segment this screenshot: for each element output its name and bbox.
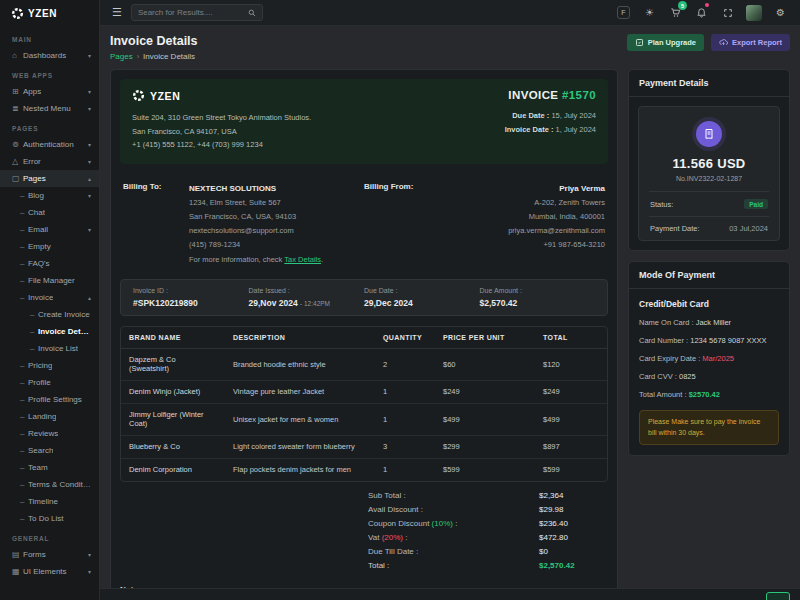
ui-elements-icon: ▦ — [12, 567, 23, 576]
cloud-upload-icon — [719, 38, 728, 47]
page-title: Invoice Details — [110, 34, 198, 48]
language-button[interactable]: F — [616, 5, 631, 20]
sidebar-item-file-manager[interactable]: –File Manager — [0, 272, 99, 289]
fullscreen-button[interactable] — [720, 5, 735, 20]
date-issued-value: 29,Nov 2024 - 12:42PM — [249, 298, 365, 308]
payment-method: Credit/Debit Card — [639, 299, 779, 309]
plan-upgrade-button[interactable]: Plan Upgrade — [627, 34, 704, 51]
sidebar-section-pages: PAGES — [0, 117, 99, 136]
sidebar-item-blog[interactable]: –Blog▾ — [0, 187, 99, 204]
brand-name: YZEN — [28, 8, 57, 19]
grand-total-value: $2,570.42 — [539, 561, 603, 570]
due-till-date-value: $0 — [539, 547, 603, 556]
scroll-to-top-button[interactable] — [766, 592, 790, 600]
gear-icon: ⚙ — [776, 7, 785, 18]
page-content: Invoice Details Pages › Invoice Details … — [100, 26, 800, 588]
settings-button[interactable]: ⚙ — [773, 5, 788, 20]
card-number-line: Card Number : 1234 5678 9087 XXXX — [639, 336, 779, 345]
topbar-icons: F ☀ 5 ⚙ — [616, 5, 788, 21]
language-flag-icon: F — [617, 6, 630, 19]
sidebar-item-faqs[interactable]: –FAQ's — [0, 255, 99, 272]
forms-icon: ▤ — [12, 550, 23, 559]
sidebar-item-forms[interactable]: ▤Forms▾ — [0, 546, 99, 563]
global-search[interactable] — [131, 4, 263, 21]
chevron-down-icon: ▾ — [86, 192, 91, 199]
sidebar-section-general: GENERAL — [0, 527, 99, 546]
sidebar-item-invoice-details[interactable]: –Invoice Details — [0, 323, 99, 340]
payment-invoice-number: No.INV2322-02-1287 — [649, 175, 769, 192]
bell-icon — [696, 7, 707, 18]
sidebar-item-empty[interactable]: –Empty — [0, 238, 99, 255]
table-row: Jimmy Lolfiger (Winter Coat)Unisex jacke… — [121, 403, 607, 435]
sidebar-item-authentication[interactable]: ⊚Authentication▾ — [0, 136, 99, 153]
sidebar-item-pricing[interactable]: –Pricing — [0, 357, 99, 374]
sidebar-item-timeline[interactable]: –Timeline — [0, 493, 99, 510]
coupon-discount-value: $236.40 — [539, 519, 603, 528]
payment-summary-box: 11.566 USD No.INV2322-02-1287 Status: Pa… — [638, 106, 780, 241]
apps-icon: ⊞ — [12, 87, 23, 96]
sidebar-item-dashboards[interactable]: ⌂Dashboards▾ — [0, 47, 99, 64]
user-avatar[interactable] — [746, 5, 762, 21]
breadcrumb-pages-link[interactable]: Pages — [110, 52, 133, 61]
sidebar-item-invoice[interactable]: –Invoice▴ — [0, 289, 99, 306]
sidebar-item-error[interactable]: △Error▾ — [0, 153, 99, 170]
breadcrumb-separator: › — [137, 53, 139, 60]
cart-button[interactable]: 5 — [668, 5, 683, 20]
sidebar-nav: MAIN ⌂Dashboards▾ WEB APPS ⊞Apps▾ ≣Neste… — [0, 26, 99, 600]
sidebar-item-chat[interactable]: –Chat — [0, 204, 99, 221]
sidebar-item-landing[interactable]: –Landing — [0, 408, 99, 425]
invoice-company-name: YZEN — [150, 90, 180, 102]
sidebar-item-todo-list[interactable]: –To Do List — [0, 510, 99, 527]
sidebar: YZEN MAIN ⌂Dashboards▾ WEB APPS ⊞Apps▾ ≣… — [0, 0, 100, 600]
export-report-button[interactable]: Export Report — [711, 34, 790, 51]
sidebar-item-pages[interactable]: ▢Pages▴ — [0, 170, 99, 187]
authentication-icon: ⊚ — [12, 140, 23, 149]
search-icon[interactable] — [248, 9, 256, 17]
page-actions: Plan Upgrade Export Report — [627, 34, 790, 51]
mode-of-payment-title: Mode Of Payment — [629, 262, 789, 289]
upgrade-icon — [635, 38, 644, 47]
sidebar-item-apps[interactable]: ⊞Apps▾ — [0, 83, 99, 100]
billing-from-details: Priya Verma A-202, Zenith Towers Mumbai,… — [430, 181, 605, 267]
invoice-meta-strip: Invoice ID :#SPK120219890 Date Issued :2… — [120, 279, 608, 316]
payment-date-row: Payment Date: 03 Jul,2024 — [649, 216, 769, 240]
invoice-number: INVOICE #1570 — [505, 89, 596, 101]
sidebar-item-terms[interactable]: –Terms & Conditions — [0, 476, 99, 493]
sidebar-item-create-invoice[interactable]: –Create Invoice — [0, 306, 99, 323]
notifications-button[interactable] — [694, 5, 709, 20]
invoice-totals: Sub Total :$2,364 Avail Discount :$29.98… — [111, 482, 617, 577]
sidebar-section-main: MAIN — [0, 28, 99, 47]
search-input[interactable] — [138, 8, 244, 17]
breadcrumb: Pages › Invoice Details — [110, 52, 198, 61]
billing-to-details: NEXTECH SOLUTIONS 1234, Elm Street, Suit… — [189, 181, 364, 267]
receipt-icon — [696, 121, 722, 147]
payment-amount: 11.566 USD — [649, 156, 769, 171]
theme-toggle-button[interactable]: ☀ — [642, 5, 657, 20]
chevron-up-icon: ▴ — [86, 175, 91, 182]
sidebar-item-email[interactable]: –Email▾ — [0, 221, 99, 238]
chevron-down-icon: ▾ — [86, 226, 91, 233]
invoice-header: YZEN Suite 204, 310 Green Street Tokyo A… — [120, 79, 608, 164]
status-row: Status: Paid — [649, 192, 769, 216]
sidebar-item-ui-elements[interactable]: ▦UI Elements▾ — [0, 563, 99, 580]
chevron-down-icon: ▾ — [86, 105, 91, 112]
subtotal-value: $2,364 — [539, 491, 603, 500]
invoice-items-table: BRAND NAME DESCRIPTION QUANTITY PRICE PE… — [120, 326, 608, 482]
sidebar-item-search[interactable]: –Search — [0, 442, 99, 459]
status-badge: Paid — [744, 199, 768, 209]
menu-toggle-icon[interactable]: ☰ — [112, 6, 122, 19]
pages-icon: ▢ — [12, 174, 23, 183]
sidebar-item-invoice-list[interactable]: –Invoice List — [0, 340, 99, 357]
notification-dot — [705, 3, 709, 7]
sidebar-item-profile-settings[interactable]: –Profile Settings — [0, 391, 99, 408]
sidebar-item-nested-menu[interactable]: ≣Nested Menu▾ — [0, 100, 99, 117]
sidebar-item-reviews[interactable]: –Reviews — [0, 425, 99, 442]
nested-menu-icon: ≣ — [12, 104, 23, 113]
invoice-company-address: Suite 204, 310 Green Street Tokyo Animat… — [132, 111, 311, 152]
brand-logo[interactable]: YZEN — [0, 0, 99, 26]
chevron-down-icon: ▾ — [86, 88, 91, 95]
total-amount-line: Total Amount : $2570.42 — [639, 390, 779, 399]
sidebar-item-profile[interactable]: –Profile — [0, 374, 99, 391]
sidebar-item-team[interactable]: –Team — [0, 459, 99, 476]
tax-details-link[interactable]: Tax Details — [284, 255, 321, 264]
